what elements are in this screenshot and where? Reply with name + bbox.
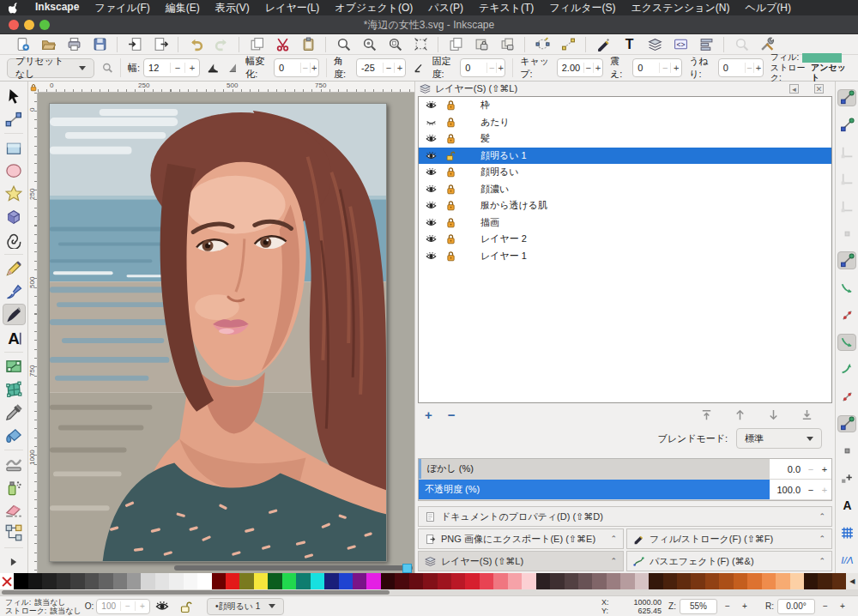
copy-button[interactable] <box>447 36 464 53</box>
decrement-button[interactable]: − <box>170 63 184 73</box>
preferences-button[interactable] <box>758 36 776 53</box>
find-button[interactable] <box>733 36 750 53</box>
palette-swatch-22[interactable] <box>311 573 324 589</box>
trace-background-icon[interactable] <box>227 60 239 75</box>
palette-swatch-47[interactable] <box>663 573 677 589</box>
snap-master-toggle[interactable] <box>837 89 856 107</box>
unlink-clone-button[interactable] <box>498 36 516 53</box>
layer-row[interactable]: 顔明るい <box>419 164 831 181</box>
palette-swatch-7[interactable] <box>99 573 112 589</box>
panel-document-properties[interactable]: ドキュメントのプロパティ(D) (⇧⌘D) ⌃ <box>418 506 832 527</box>
xml-editor-button[interactable]: <> <box>672 36 689 53</box>
layer-visibility-toggle[interactable] <box>426 117 437 128</box>
decrement-button[interactable]: − <box>486 63 496 73</box>
width-spinner[interactable]: 12−+ <box>143 58 200 77</box>
menu-item-3[interactable]: 表示(V) <box>215 1 250 15</box>
layer-lock-toggle[interactable] <box>445 166 456 178</box>
menu-item-4[interactable]: レイヤー(L) <box>265 1 320 15</box>
paste-button[interactable] <box>299 36 317 53</box>
palette-swatch-26[interactable] <box>366 573 380 589</box>
spray-tool[interactable] <box>3 476 26 498</box>
lower-layer-to-bottom-button[interactable] <box>801 408 813 421</box>
layer-lock-toggle[interactable] <box>445 217 456 228</box>
palette-swatch-24[interactable] <box>339 573 353 589</box>
layer-visibility-toggle[interactable] <box>426 133 437 144</box>
preset-save-icon[interactable] <box>101 60 114 75</box>
menu-item-10[interactable]: ヘルプ(H) <box>745 1 791 15</box>
palette-swatch-25[interactable] <box>353 573 366 589</box>
fill-color-swatch[interactable] <box>802 53 842 63</box>
remove-layer-button[interactable]: − <box>448 408 456 422</box>
thinning-value[interactable]: 0 <box>275 63 300 73</box>
layer-lock-toggle[interactable] <box>445 150 456 161</box>
snap-guides[interactable]: I/Λ <box>837 551 856 569</box>
layer-row[interactable]: レイヤー 2 <box>419 231 831 248</box>
tremor-value[interactable]: 0 <box>633 63 659 73</box>
panel-path-effects[interactable]: パスエフェクト(F) (⌘&) ⌃ <box>626 551 832 571</box>
snap-bbox-centers[interactable] <box>837 225 856 243</box>
canvas-artwork[interactable] <box>50 104 386 561</box>
palette-swatch-43[interactable] <box>607 573 620 589</box>
decrement-button[interactable]: − <box>383 63 394 73</box>
palette-swatch-3[interactable] <box>42 573 56 589</box>
palette-swatch-21[interactable] <box>296 573 310 589</box>
palette-swatch-46[interactable] <box>649 573 662 589</box>
snap-text-baseline[interactable]: A <box>837 497 856 515</box>
palette-swatch-49[interactable] <box>691 573 704 589</box>
palette-swatch-15[interactable] <box>212 573 226 589</box>
duplicate-button[interactable] <box>248 36 265 53</box>
preset-dropdown[interactable]: プリセットなし <box>7 58 94 78</box>
canvas-horizontal-scrollbar[interactable] <box>174 565 413 571</box>
decrement-button[interactable]: − <box>745 63 754 73</box>
palette-swatch-2[interactable] <box>28 573 42 589</box>
panel-fill-stroke[interactable]: フィル/ストローク(F) (⇧⌘F) ⌃ <box>626 528 832 549</box>
palette-swatch-18[interactable] <box>254 573 268 589</box>
pencil-tool[interactable] <box>3 258 26 280</box>
apple-menu[interactable] <box>9 2 20 15</box>
ellipse-tool[interactable] <box>3 160 26 182</box>
palette-swatch-20[interactable] <box>282 573 296 589</box>
eraser-tool[interactable] <box>3 499 26 521</box>
dropper-tool[interactable] <box>3 402 26 423</box>
palette-swatch-35[interactable] <box>493 573 507 589</box>
decrement-button[interactable]: − <box>583 63 593 73</box>
zoom-out-button[interactable]: − <box>721 601 734 611</box>
fill-stroke-dialog-button[interactable] <box>595 36 612 53</box>
palette-swatch-53[interactable] <box>747 573 761 589</box>
dialog-close-button[interactable]: ✕ <box>814 84 824 94</box>
add-layer-button[interactable]: + <box>425 408 432 422</box>
layer-lock-toggle[interactable] <box>445 117 456 128</box>
increment-button[interactable]: + <box>310 63 319 73</box>
palette-swatch-59[interactable] <box>832 573 846 589</box>
layer-visibility-toggle[interactable] <box>426 184 437 195</box>
layer-visibility-toggle[interactable] <box>426 150 437 161</box>
increment-button[interactable]: + <box>394 63 405 73</box>
horizontal-ruler[interactable]: 0250500750 <box>38 82 414 93</box>
palette-swatch-16[interactable] <box>226 573 239 589</box>
zoom-page-button[interactable] <box>386 36 403 53</box>
zoom-drawing-button[interactable] <box>360 36 378 53</box>
palette-swatch-48[interactable] <box>677 573 691 589</box>
palette-swatch-11[interactable] <box>155 573 169 589</box>
palette-swatch-31[interactable] <box>438 573 451 589</box>
layer-lock-toggle[interactable] <box>445 251 456 262</box>
palette-swatch-39[interactable] <box>550 573 564 589</box>
object-opacity-value[interactable]: 100 <box>97 601 120 611</box>
palette-swatch-30[interactable] <box>423 573 437 589</box>
layer-visibility-toggle[interactable] <box>426 100 437 111</box>
layer-visibility-toggle[interactable] <box>426 200 437 211</box>
edit-points-button[interactable] <box>559 36 577 53</box>
palette-swatch-36[interactable] <box>508 573 522 589</box>
palette-swatch-56[interactable] <box>790 573 804 589</box>
zoom-value[interactable]: 55% <box>680 599 717 614</box>
more-tools-button[interactable] <box>3 551 26 572</box>
decrement-button[interactable]: − <box>120 601 135 611</box>
palette-swatch-45[interactable] <box>635 573 649 589</box>
decrement-button[interactable]: − <box>659 63 670 73</box>
palette-swatch-5[interactable] <box>70 573 84 589</box>
raise-layer-to-top-button[interactable] <box>700 408 713 421</box>
redo-button[interactable] <box>213 36 230 53</box>
menu-item-8[interactable]: フィルター(S) <box>549 1 615 15</box>
palette-swatch-51[interactable] <box>719 573 733 589</box>
palette-scroll-left-icon[interactable]: ◀ <box>846 573 858 589</box>
